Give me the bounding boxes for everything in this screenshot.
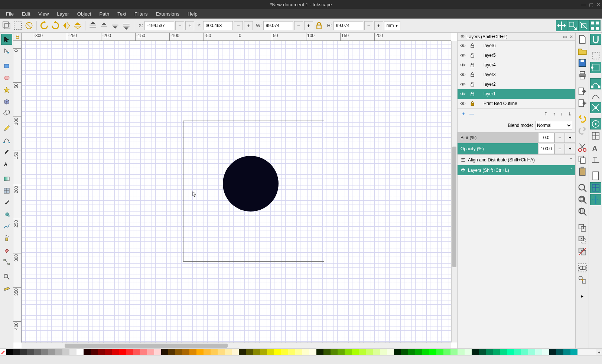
color-swatch[interactable]	[119, 349, 126, 355]
remove-layer-button[interactable]: —	[469, 111, 474, 117]
vertical-scrollbar[interactable]	[451, 41, 457, 342]
raise-icon[interactable]	[99, 20, 109, 31]
lower-bottom-icon[interactable]	[121, 20, 131, 31]
affect-move-icon[interactable]	[556, 20, 567, 31]
color-swatch[interactable]	[366, 349, 373, 355]
color-swatch[interactable]	[359, 349, 366, 355]
color-swatch[interactable]	[302, 349, 309, 355]
layer-bottom-icon[interactable]: ⤓	[568, 111, 572, 117]
print-icon[interactable]	[577, 69, 588, 81]
color-swatch[interactable]	[154, 349, 161, 355]
connector-tool[interactable]	[1, 256, 12, 268]
menu-layer[interactable]: Layer	[53, 10, 73, 18]
ruler-lock-icon[interactable]	[13, 33, 22, 41]
panel-detach-icon[interactable]: ▭	[563, 34, 567, 39]
snap-nodes-icon[interactable]	[590, 78, 601, 89]
color-swatch[interactable]	[288, 349, 295, 355]
x-plus-button[interactable]: +	[185, 21, 194, 30]
color-swatch[interactable]	[20, 349, 27, 355]
color-swatch[interactable]	[161, 349, 168, 355]
select-all-icon[interactable]	[13, 20, 23, 31]
minimize-icon[interactable]: —	[581, 2, 586, 7]
dropper-tool[interactable]	[1, 197, 12, 208]
redo-icon[interactable]	[577, 126, 588, 137]
group-icon[interactable]	[577, 262, 588, 273]
color-swatch[interactable]	[387, 349, 394, 355]
layer-row[interactable]: layer3	[458, 70, 575, 79]
color-swatch[interactable]	[394, 349, 401, 355]
spiral-tool[interactable]	[1, 108, 12, 119]
color-swatch[interactable]	[316, 349, 323, 355]
color-swatch[interactable]	[225, 349, 232, 355]
color-swatch[interactable]	[196, 349, 204, 355]
color-swatch[interactable]	[521, 349, 528, 355]
color-swatch[interactable]	[274, 349, 281, 355]
bezier-tool[interactable]	[1, 135, 12, 146]
lock-icon[interactable]	[469, 82, 475, 87]
color-swatch[interactable]	[34, 349, 41, 355]
color-swatch[interactable]	[514, 349, 521, 355]
h-plus-button[interactable]: +	[374, 21, 383, 30]
affect-scale-icon[interactable]	[567, 20, 578, 31]
lock-icon[interactable]	[469, 91, 475, 96]
blur-value[interactable]: 0.0	[538, 132, 554, 143]
color-swatch[interactable]	[570, 349, 577, 355]
color-swatch[interactable]	[556, 349, 563, 355]
color-swatch[interactable]	[549, 349, 556, 355]
color-swatch[interactable]	[436, 349, 443, 355]
opacity-plus-button[interactable]: +	[565, 144, 575, 154]
menu-object[interactable]: Object	[74, 10, 95, 18]
layer-row[interactable]: layer5	[458, 50, 575, 60]
snap-bbox-icon[interactable]	[590, 50, 601, 61]
color-swatch[interactable]	[147, 349, 154, 355]
mesh-tool[interactable]	[1, 185, 12, 196]
palette-more-icon[interactable]: ◂	[596, 349, 602, 355]
color-swatch[interactable]	[507, 349, 514, 355]
open-icon[interactable]	[577, 46, 588, 57]
blur-slider[interactable]: Blur (%)	[458, 132, 538, 143]
blur-minus-button[interactable]: −	[554, 132, 565, 143]
color-swatch[interactable]	[55, 349, 62, 355]
color-swatch[interactable]	[204, 349, 211, 355]
color-swatch[interactable]	[112, 349, 119, 355]
deselect-icon[interactable]	[24, 20, 34, 31]
panel-close-icon[interactable]: ✕	[569, 34, 573, 39]
viewport[interactable]	[22, 41, 451, 342]
snap-enable-icon[interactable]	[590, 34, 601, 45]
color-swatch[interactable]	[401, 349, 408, 355]
new-document-icon[interactable]	[577, 34, 588, 45]
color-swatch[interactable]	[380, 349, 387, 355]
color-swatch[interactable]	[126, 349, 133, 355]
lock-icon[interactable]	[469, 72, 475, 77]
layer-row[interactable]: Print Bed Outline	[458, 99, 575, 108]
layer-row[interactable]: layer2	[458, 79, 575, 89]
clone-icon[interactable]	[577, 234, 588, 245]
menu-filters[interactable]: Filters	[131, 10, 151, 18]
affect-rotate-icon[interactable]	[578, 20, 589, 31]
layer-row[interactable]: layer1	[458, 89, 575, 99]
node-tool[interactable]	[1, 46, 12, 57]
add-layer-button[interactable]: ＋	[461, 111, 466, 117]
color-swatch[interactable]	[246, 349, 253, 355]
color-swatch[interactable]	[542, 349, 549, 355]
export-icon[interactable]	[577, 98, 588, 109]
color-swatch[interactable]	[563, 349, 570, 355]
pencil-tool[interactable]	[1, 123, 12, 134]
color-swatch[interactable]	[62, 349, 69, 355]
color-swatch[interactable]	[331, 349, 338, 355]
visibility-icon[interactable]	[460, 91, 466, 96]
color-swatch[interactable]	[77, 349, 84, 355]
w-minus-button[interactable]: −	[294, 21, 303, 30]
lock-aspect-icon[interactable]	[314, 20, 324, 31]
color-swatch[interactable]	[105, 349, 112, 355]
color-swatch[interactable]	[323, 349, 331, 355]
color-swatch[interactable]	[239, 349, 246, 355]
calligraphy-tool[interactable]	[1, 147, 12, 158]
color-swatch[interactable]	[182, 349, 189, 355]
color-swatch[interactable]	[69, 349, 77, 355]
color-swatch[interactable]	[486, 349, 493, 355]
maximize-icon[interactable]: ▢	[589, 2, 593, 7]
opacity-slider[interactable]: Opacity (%)	[458, 143, 538, 154]
color-swatch[interactable]	[450, 349, 458, 355]
ruler-vertical[interactable]: 050100150200250300350400450500	[13, 41, 22, 342]
